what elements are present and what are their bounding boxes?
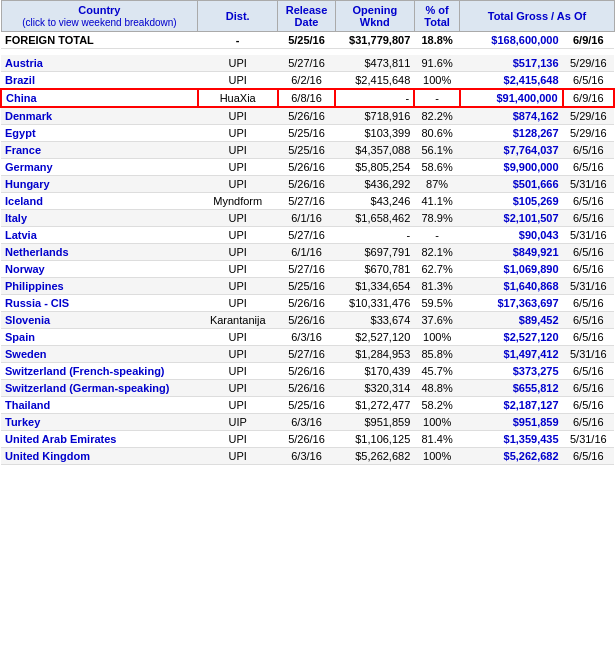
opening-wknd-cell: $1,284,953 xyxy=(335,345,414,362)
total-gross-cell: $373,275 xyxy=(460,362,563,379)
country-name[interactable]: Hungary xyxy=(5,178,50,190)
country-name[interactable]: Netherlands xyxy=(5,246,69,258)
country-cell[interactable]: Denmark xyxy=(1,107,198,125)
opening-wknd-cell: - xyxy=(335,226,414,243)
country-name[interactable]: Spain xyxy=(5,331,35,343)
country-name[interactable]: Russia - CIS xyxy=(5,297,69,309)
country-name[interactable]: Egypt xyxy=(5,127,36,139)
box-office-table: Country (click to view weekend breakdown… xyxy=(0,0,615,465)
release-date-cell: 5/27/16 xyxy=(278,55,336,72)
opening-wknd-cell: - xyxy=(335,89,414,107)
country-cell[interactable]: China xyxy=(1,89,198,107)
country-cell[interactable]: Hungary xyxy=(1,175,198,192)
country-cell[interactable]: Austria xyxy=(1,55,198,72)
pct-total-cell: 62.7% xyxy=(414,260,460,277)
release-date-cell: 5/25/16 xyxy=(278,141,336,158)
country-cell[interactable]: Switzerland (French-speaking) xyxy=(1,362,198,379)
total-gross-cell: $2,527,120 xyxy=(460,328,563,345)
opening-wknd-cell: $320,314 xyxy=(335,379,414,396)
pct-total-cell: 100% xyxy=(414,328,460,345)
country-name[interactable]: FOREIGN TOTAL xyxy=(5,34,94,46)
country-cell[interactable]: Sweden xyxy=(1,345,198,362)
release-date-cell: 5/26/16 xyxy=(278,430,336,447)
country-cell[interactable]: France xyxy=(1,141,198,158)
country-name[interactable]: Brazil xyxy=(5,74,35,86)
total-gross-cell: $91,400,000 xyxy=(460,89,563,107)
total-gross-cell: $2,101,507 xyxy=(460,209,563,226)
country-name[interactable]: United Kingdom xyxy=(5,450,90,462)
pct-total-cell: 45.7% xyxy=(414,362,460,379)
release-date-cell: 5/25/16 xyxy=(278,396,336,413)
country-cell[interactable]: United Kingdom xyxy=(1,447,198,464)
country-cell[interactable]: Russia - CIS xyxy=(1,294,198,311)
country-cell[interactable]: Turkey xyxy=(1,413,198,430)
country-name[interactable]: Germany xyxy=(5,161,53,173)
country-cell[interactable]: Thailand xyxy=(1,396,198,413)
country-cell[interactable]: Slovenia xyxy=(1,311,198,328)
total-gross-cell: $951,859 xyxy=(460,413,563,430)
country-name[interactable]: France xyxy=(5,144,41,156)
pct-header: % ofTotal xyxy=(414,1,460,32)
country-name[interactable]: Thailand xyxy=(5,399,50,411)
as-of-cell: 5/29/16 xyxy=(563,124,614,141)
as-of-cell: 5/31/16 xyxy=(563,345,614,362)
opening-header: OpeningWknd xyxy=(335,1,414,32)
country-name[interactable]: China xyxy=(6,92,37,104)
as-of-cell: 6/5/16 xyxy=(563,396,614,413)
release-date-cell: 5/27/16 xyxy=(278,226,336,243)
country-cell[interactable]: Latvia xyxy=(1,226,198,243)
country-cell[interactable]: United Arab Emirates xyxy=(1,430,198,447)
country-name[interactable]: Norway xyxy=(5,263,45,275)
dist-cell: UPI xyxy=(198,209,278,226)
country-cell[interactable]: Switzerland (German-speaking) xyxy=(1,379,198,396)
country-name[interactable]: Philippines xyxy=(5,280,64,292)
dist-cell: UPI xyxy=(198,379,278,396)
country-cell[interactable]: FOREIGN TOTAL xyxy=(1,32,198,49)
country-cell[interactable]: Germany xyxy=(1,158,198,175)
opening-wknd-cell: $5,805,254 xyxy=(335,158,414,175)
country-header-sub: (click to view weekend breakdown) xyxy=(22,17,177,28)
dist-cell: UPI xyxy=(198,362,278,379)
as-of-cell: 5/29/16 xyxy=(563,107,614,125)
total-gross-cell: $2,187,127 xyxy=(460,396,563,413)
release-date-cell: 6/1/16 xyxy=(278,243,336,260)
country-cell[interactable]: Netherlands xyxy=(1,243,198,260)
country-header: Country (click to view weekend breakdown… xyxy=(1,1,198,32)
country-cell[interactable]: Egypt xyxy=(1,124,198,141)
country-name[interactable]: Turkey xyxy=(5,416,40,428)
as-of-cell: 5/31/16 xyxy=(563,277,614,294)
total-gross-cell: $849,921 xyxy=(460,243,563,260)
pct-total-cell: 48.8% xyxy=(414,379,460,396)
country-name[interactable]: Slovenia xyxy=(5,314,50,326)
country-cell[interactable]: Spain xyxy=(1,328,198,345)
country-name[interactable]: Italy xyxy=(5,212,27,224)
country-name[interactable]: Switzerland (French-speaking) xyxy=(5,365,165,377)
country-cell[interactable]: Italy xyxy=(1,209,198,226)
as-of-cell: 5/29/16 xyxy=(563,55,614,72)
as-of-cell: 6/5/16 xyxy=(563,158,614,175)
country-name[interactable]: Latvia xyxy=(5,229,37,241)
country-cell[interactable]: Brazil xyxy=(1,71,198,89)
pct-total-cell: 100% xyxy=(414,71,460,89)
country-cell[interactable]: Norway xyxy=(1,260,198,277)
release-date-cell: 5/27/16 xyxy=(278,192,336,209)
dist-cell: UPI xyxy=(198,328,278,345)
total-gross-cell: $1,640,868 xyxy=(460,277,563,294)
country-name[interactable]: Sweden xyxy=(5,348,47,360)
country-header-label: Country xyxy=(78,4,120,16)
total-gross-cell: $1,497,412 xyxy=(460,345,563,362)
country-name[interactable]: Switzerland (German-speaking) xyxy=(5,382,169,394)
country-cell[interactable]: Philippines xyxy=(1,277,198,294)
total-gross-cell: $7,764,037 xyxy=(460,141,563,158)
opening-wknd-cell: $1,106,125 xyxy=(335,430,414,447)
dist-cell: UPI xyxy=(198,158,278,175)
release-date-cell: 6/1/16 xyxy=(278,209,336,226)
country-name[interactable]: Denmark xyxy=(5,110,52,122)
country-name[interactable]: Austria xyxy=(5,57,43,69)
country-name[interactable]: Iceland xyxy=(5,195,43,207)
dist-cell: UPI xyxy=(198,175,278,192)
country-name[interactable]: United Arab Emirates xyxy=(5,433,116,445)
country-cell[interactable]: Iceland xyxy=(1,192,198,209)
release-date-cell: 5/26/16 xyxy=(278,362,336,379)
as-of-cell: 6/9/16 xyxy=(563,32,614,49)
